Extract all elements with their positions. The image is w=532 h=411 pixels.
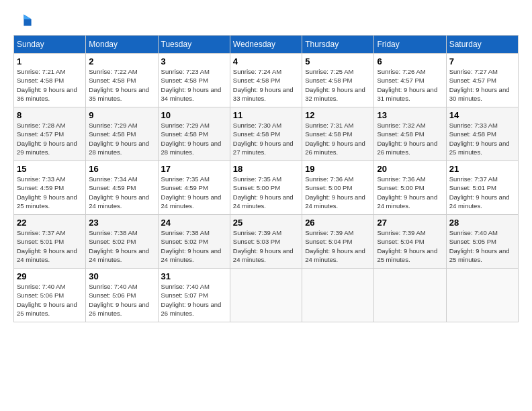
- day-info: Sunrise: 7:31 AMSunset: 4:58 PMDaylight:…: [305, 122, 365, 156]
- calendar-cell: 9 Sunrise: 7:29 AMSunset: 4:58 PMDayligh…: [86, 107, 158, 161]
- calendar-cell: 24 Sunrise: 7:38 AMSunset: 5:02 PMDaylig…: [158, 215, 230, 269]
- day-number: 23: [89, 218, 154, 228]
- day-number: 5: [305, 56, 371, 66]
- day-info: Sunrise: 7:35 AMSunset: 4:59 PMDaylight:…: [161, 175, 222, 210]
- day-number: 1: [17, 56, 83, 66]
- day-info: Sunrise: 7:22 AMSunset: 4:58 PMDaylight:…: [89, 68, 149, 102]
- day-info: Sunrise: 7:37 AMSunset: 5:01 PMDaylight:…: [17, 229, 77, 263]
- calendar-cell: 31 Sunrise: 7:40 AMSunset: 5:07 PMDaylig…: [158, 269, 230, 322]
- calendar-header: [13, 11, 519, 30]
- calendar-table: SundayMondayTuesdayWednesdayThursdayFrid…: [13, 35, 519, 322]
- calendar-cell: 1 Sunrise: 7:21 AMSunset: 4:58 PMDayligh…: [14, 54, 86, 107]
- day-number: 21: [449, 164, 515, 174]
- day-info: Sunrise: 7:40 AMSunset: 5:06 PMDaylight:…: [17, 283, 77, 317]
- calendar-cell: 12 Sunrise: 7:31 AMSunset: 4:58 PMDaylig…: [302, 107, 374, 161]
- calendar-cell: [446, 269, 518, 322]
- header-friday: Friday: [374, 36, 446, 54]
- day-info: Sunrise: 7:27 AMSunset: 4:57 PMDaylight:…: [449, 68, 510, 102]
- day-number: 9: [89, 110, 154, 120]
- day-number: 11: [233, 110, 299, 120]
- day-info: Sunrise: 7:37 AMSunset: 5:01 PMDaylight:…: [449, 175, 510, 210]
- day-info: Sunrise: 7:40 AMSunset: 5:07 PMDaylight:…: [161, 283, 222, 317]
- day-info: Sunrise: 7:38 AMSunset: 5:02 PMDaylight:…: [161, 229, 222, 263]
- day-number: 28: [449, 218, 515, 228]
- day-number: 13: [377, 110, 443, 120]
- day-number: 4: [233, 56, 299, 66]
- day-info: Sunrise: 7:36 AMSunset: 5:00 PMDaylight:…: [377, 175, 437, 210]
- day-number: 20: [377, 164, 443, 174]
- day-number: 24: [161, 218, 227, 228]
- day-number: 19: [305, 164, 371, 174]
- calendar-cell: 22 Sunrise: 7:37 AMSunset: 5:01 PMDaylig…: [14, 215, 86, 269]
- header-wednesday: Wednesday: [230, 36, 302, 54]
- calendar-cell: 27 Sunrise: 7:39 AMSunset: 5:04 PMDaylig…: [374, 215, 446, 269]
- calendar-cell: [230, 269, 302, 322]
- header-thursday: Thursday: [302, 36, 374, 54]
- calendar-cell: 4 Sunrise: 7:24 AMSunset: 4:58 PMDayligh…: [230, 54, 302, 107]
- calendar-cell: 26 Sunrise: 7:39 AMSunset: 5:04 PMDaylig…: [302, 215, 374, 269]
- calendar-cell: 10 Sunrise: 7:29 AMSunset: 4:58 PMDaylig…: [158, 107, 230, 161]
- day-info: Sunrise: 7:21 AMSunset: 4:58 PMDaylight:…: [17, 68, 77, 102]
- day-number: 17: [161, 164, 227, 174]
- day-info: Sunrise: 7:40 AMSunset: 5:06 PMDaylight:…: [89, 283, 149, 317]
- svg-marker-1: [24, 15, 31, 19]
- calendar-cell: 28 Sunrise: 7:40 AMSunset: 5:05 PMDaylig…: [446, 215, 518, 269]
- week-row-4: 22 Sunrise: 7:37 AMSunset: 5:01 PMDaylig…: [14, 215, 519, 269]
- calendar-cell: 16 Sunrise: 7:34 AMSunset: 4:59 PMDaylig…: [86, 161, 158, 215]
- day-info: Sunrise: 7:36 AMSunset: 5:00 PMDaylight:…: [305, 175, 365, 210]
- day-number: 18: [233, 164, 299, 174]
- day-number: 26: [305, 218, 371, 228]
- day-number: 8: [17, 110, 83, 120]
- calendar-cell: [302, 269, 374, 322]
- calendar-cell: 3 Sunrise: 7:23 AMSunset: 4:58 PMDayligh…: [158, 54, 230, 107]
- calendar-cell: 11 Sunrise: 7:30 AMSunset: 4:58 PMDaylig…: [230, 107, 302, 161]
- calendar-cell: 30 Sunrise: 7:40 AMSunset: 5:06 PMDaylig…: [86, 269, 158, 322]
- calendar-cell: 7 Sunrise: 7:27 AMSunset: 4:57 PMDayligh…: [446, 54, 518, 107]
- day-number: 30: [89, 271, 154, 281]
- calendar-cell: 6 Sunrise: 7:26 AMSunset: 4:57 PMDayligh…: [374, 54, 446, 107]
- calendar-cell: 8 Sunrise: 7:28 AMSunset: 4:57 PMDayligh…: [14, 107, 86, 161]
- day-number: 29: [17, 271, 83, 281]
- day-number: 31: [161, 271, 227, 281]
- week-row-3: 15 Sunrise: 7:33 AMSunset: 4:59 PMDaylig…: [14, 161, 519, 215]
- calendar-container: SundayMondayTuesdayWednesdayThursdayFrid…: [0, 0, 532, 329]
- calendar-cell: 25 Sunrise: 7:39 AMSunset: 5:03 PMDaylig…: [230, 215, 302, 269]
- day-number: 22: [17, 218, 83, 228]
- calendar-cell: [374, 269, 446, 322]
- logo-icon: [13, 11, 32, 30]
- calendar-cell: 18 Sunrise: 7:35 AMSunset: 5:00 PMDaylig…: [230, 161, 302, 215]
- day-number: 12: [305, 110, 371, 120]
- day-info: Sunrise: 7:38 AMSunset: 5:02 PMDaylight:…: [89, 229, 149, 263]
- day-number: 14: [449, 110, 515, 120]
- week-row-5: 29 Sunrise: 7:40 AMSunset: 5:06 PMDaylig…: [14, 269, 519, 322]
- day-info: Sunrise: 7:34 AMSunset: 4:59 PMDaylight:…: [89, 175, 149, 210]
- calendar-cell: 15 Sunrise: 7:33 AMSunset: 4:59 PMDaylig…: [14, 161, 86, 215]
- day-number: 15: [17, 164, 83, 174]
- day-number: 3: [161, 56, 227, 66]
- day-number: 10: [161, 110, 227, 120]
- day-number: 25: [233, 218, 299, 228]
- day-info: Sunrise: 7:26 AMSunset: 4:57 PMDaylight:…: [377, 68, 437, 102]
- day-info: Sunrise: 7:40 AMSunset: 5:05 PMDaylight:…: [449, 229, 510, 263]
- calendar-cell: 23 Sunrise: 7:38 AMSunset: 5:02 PMDaylig…: [86, 215, 158, 269]
- calendar-cell: 20 Sunrise: 7:36 AMSunset: 5:00 PMDaylig…: [374, 161, 446, 215]
- day-number: 7: [449, 56, 515, 66]
- day-number: 27: [377, 218, 443, 228]
- day-info: Sunrise: 7:39 AMSunset: 5:03 PMDaylight:…: [233, 229, 294, 263]
- header-tuesday: Tuesday: [158, 36, 230, 54]
- calendar-cell: 5 Sunrise: 7:25 AMSunset: 4:58 PMDayligh…: [302, 54, 374, 107]
- day-number: 16: [89, 164, 154, 174]
- calendar-cell: 17 Sunrise: 7:35 AMSunset: 4:59 PMDaylig…: [158, 161, 230, 215]
- day-info: Sunrise: 7:30 AMSunset: 4:58 PMDaylight:…: [233, 122, 294, 156]
- day-info: Sunrise: 7:23 AMSunset: 4:58 PMDaylight:…: [161, 68, 222, 102]
- day-info: Sunrise: 7:28 AMSunset: 4:57 PMDaylight:…: [17, 122, 77, 156]
- day-info: Sunrise: 7:32 AMSunset: 4:58 PMDaylight:…: [377, 122, 437, 156]
- day-info: Sunrise: 7:33 AMSunset: 4:58 PMDaylight:…: [449, 122, 510, 156]
- calendar-cell: 2 Sunrise: 7:22 AMSunset: 4:58 PMDayligh…: [86, 54, 158, 107]
- calendar-cell: 19 Sunrise: 7:36 AMSunset: 5:00 PMDaylig…: [302, 161, 374, 215]
- day-info: Sunrise: 7:33 AMSunset: 4:59 PMDaylight:…: [17, 175, 77, 210]
- day-info: Sunrise: 7:35 AMSunset: 5:00 PMDaylight:…: [233, 175, 294, 210]
- day-info: Sunrise: 7:39 AMSunset: 5:04 PMDaylight:…: [377, 229, 437, 263]
- day-info: Sunrise: 7:29 AMSunset: 4:58 PMDaylight:…: [89, 122, 149, 156]
- calendar-header-row: SundayMondayTuesdayWednesdayThursdayFrid…: [14, 36, 519, 54]
